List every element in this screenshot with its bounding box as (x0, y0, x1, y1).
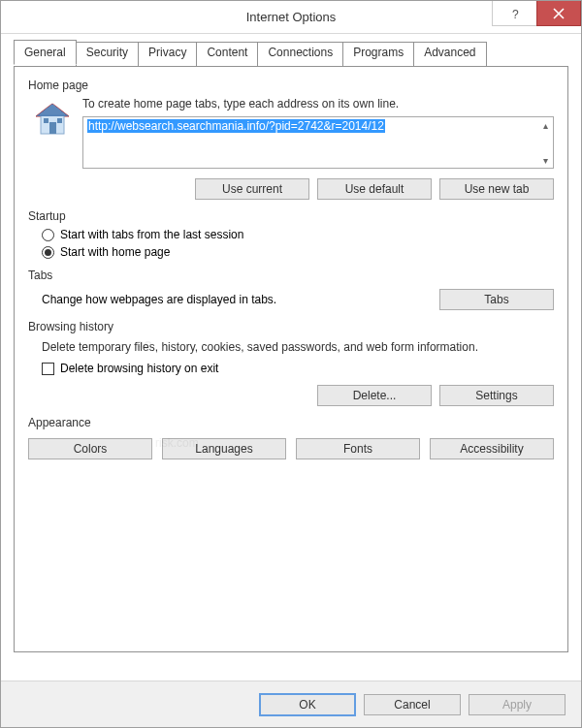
help-button[interactable]: ? (492, 1, 536, 26)
use-default-button[interactable]: Use default (317, 178, 432, 200)
checkbox-icon (42, 363, 54, 375)
languages-button[interactable]: Languages (162, 438, 286, 459)
scroll-up-icon[interactable]: ▴ (538, 118, 552, 132)
close-icon (553, 8, 565, 19)
tab-privacy[interactable]: Privacy (138, 42, 197, 66)
radio-label: Start with home page (60, 245, 170, 259)
divider (28, 274, 554, 275)
apply-button[interactable]: Apply (469, 694, 566, 715)
history-label: Browsing history (28, 320, 117, 333)
tab-content[interactable]: Content (196, 42, 258, 66)
titlebar-controls: ? (492, 1, 581, 28)
homepage-url-input[interactable]: http://websearch.searchmania.info/?pid=2… (82, 116, 554, 169)
radio-label: Start with tabs from the last session (60, 228, 243, 241)
close-button[interactable] (536, 1, 581, 26)
homepage-desc: To create home page tabs, type each addr… (82, 97, 554, 111)
tab-general[interactable]: General (14, 40, 77, 65)
appearance-label: Appearance (28, 416, 95, 429)
tab-panel-general: PC risk.com Home page (14, 66, 568, 652)
homepage-label: Home page (28, 79, 92, 92)
history-desc: Delete temporary files, history, cookies… (42, 340, 540, 354)
history-settings-button[interactable]: Settings (439, 385, 554, 406)
svg-text:?: ? (512, 8, 519, 20)
fonts-button[interactable]: Fonts (296, 438, 420, 459)
dialog-footer: OK Cancel Apply (1, 681, 581, 727)
scroll-down-icon[interactable]: ▾ (538, 153, 552, 167)
ok-button[interactable]: OK (259, 693, 356, 716)
accessibility-button[interactable]: Accessibility (430, 438, 554, 459)
startup-label: Startup (28, 209, 70, 223)
use-current-button[interactable]: Use current (195, 178, 309, 200)
radio-icon (42, 246, 54, 259)
dialog-window: Internet Options ? General Security Priv… (0, 0, 582, 728)
tab-security[interactable]: Security (76, 42, 139, 66)
homepage-url-value: http://websearch.searchmania.info/?pid=2… (87, 119, 385, 133)
divider (28, 84, 554, 85)
tab-connections[interactable]: Connections (257, 42, 343, 66)
svg-rect-9 (57, 118, 62, 123)
svg-marker-10 (36, 104, 69, 116)
section-startup: Startup Start with tabs from the last se… (28, 209, 554, 259)
tab-advanced[interactable]: Advanced (413, 42, 486, 66)
tabs-desc: Change how webpages are displayed in tab… (42, 293, 276, 306)
radio-start-last-session[interactable]: Start with tabs from the last session (42, 228, 554, 241)
radio-icon (42, 229, 54, 241)
section-tabs: Tabs Change how webpages are displayed i… (28, 269, 554, 310)
divider (28, 422, 554, 423)
colors-button[interactable]: Colors (28, 438, 152, 459)
tabs-label: Tabs (28, 269, 56, 282)
delete-on-exit-checkbox[interactable]: Delete browsing history on exit (42, 362, 554, 375)
section-appearance: Appearance Colors Languages Fonts Access… (28, 416, 554, 459)
tab-programs[interactable]: Programs (342, 42, 414, 66)
delete-button[interactable]: Delete... (317, 385, 432, 406)
home-icon (32, 99, 73, 140)
checkbox-label: Delete browsing history on exit (60, 362, 218, 375)
section-browsing-history: Browsing history Delete temporary files,… (28, 320, 554, 406)
use-new-tab-button[interactable]: Use new tab (439, 178, 554, 200)
radio-start-home-page[interactable]: Start with home page (42, 245, 554, 259)
svg-rect-8 (44, 118, 48, 123)
section-homepage: Home page (28, 79, 554, 200)
cancel-button[interactable]: Cancel (364, 694, 461, 715)
divider (28, 215, 554, 216)
content-area: General Security Privacy Content Connect… (1, 34, 581, 652)
tab-strip: General Security Privacy Content Connect… (14, 42, 568, 66)
help-icon: ? (509, 7, 521, 20)
svg-rect-7 (49, 122, 56, 134)
tabs-button[interactable]: Tabs (439, 289, 554, 310)
titlebar: Internet Options ? (1, 1, 581, 34)
